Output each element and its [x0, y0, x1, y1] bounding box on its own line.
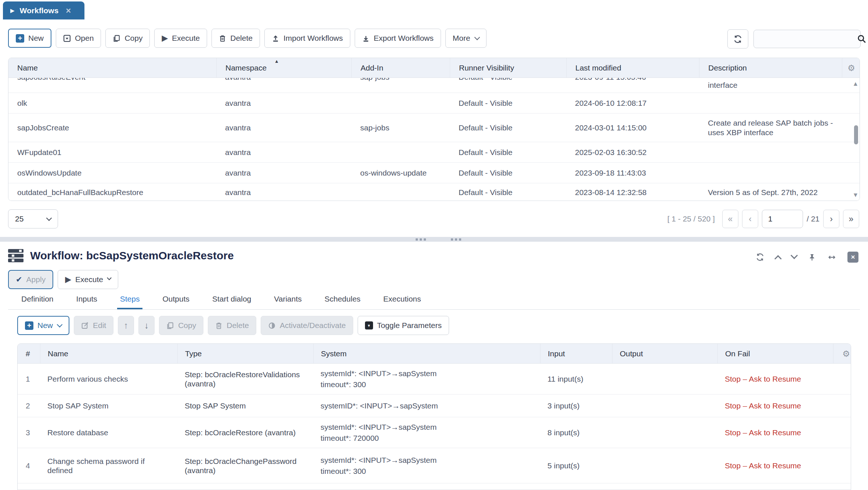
- tab-steps[interactable]: Steps: [117, 290, 143, 309]
- column-header-last-modified[interactable]: Last modified: [566, 58, 699, 78]
- search-input[interactable]: [760, 35, 857, 43]
- column-header-description[interactable]: Description: [699, 58, 842, 78]
- page-size-select[interactable]: 25: [8, 209, 58, 228]
- column-header-type[interactable]: Type: [177, 344, 313, 363]
- execute-button[interactable]: ▶ Execute: [154, 29, 207, 48]
- table-row[interactable]: olk avantra Default - Visible 2024-06-10…: [8, 93, 860, 114]
- collapse-up-icon[interactable]: [774, 255, 782, 263]
- pin-icon[interactable]: [808, 253, 816, 262]
- apply-button[interactable]: ✔ Apply: [8, 270, 53, 289]
- more-button[interactable]: More: [445, 29, 487, 48]
- open-button[interactable]: Open: [56, 29, 101, 48]
- refresh-icon[interactable]: [756, 253, 764, 262]
- next-page-button[interactable]: ›: [823, 210, 839, 228]
- detail-header-actions: ×: [756, 252, 858, 263]
- copy-button[interactable]: Copy: [105, 29, 150, 48]
- column-settings-button[interactable]: ⚙: [833, 344, 851, 363]
- table-row[interactable]: 3 Restore database Step: bcOracleRestore…: [18, 417, 851, 448]
- resize-horizontal-icon[interactable]: [827, 253, 836, 262]
- toolbar-right: [727, 29, 861, 48]
- cell-type: Step: bcOracleChangePassword (avantra): [177, 457, 313, 475]
- step-move-up-button[interactable]: ↑: [118, 316, 134, 335]
- cell-name: olk: [8, 98, 216, 108]
- table-row[interactable]: outdated_bcHanaFullBackupRestore avantra…: [8, 183, 860, 201]
- table-row[interactable]: sapJobsCreate avantra sap-jobs Default -…: [8, 114, 860, 142]
- column-header-addin[interactable]: Add-In: [351, 58, 450, 78]
- chevron-down-icon: [107, 275, 112, 280]
- new-button[interactable]: + New: [8, 29, 51, 48]
- column-header-name[interactable]: Name: [8, 58, 216, 78]
- cell-name: outdated_bcHanaFullBackupRestore: [8, 188, 216, 197]
- tab-definition[interactable]: Definition: [18, 290, 57, 309]
- step-activate-button[interactable]: Activate/Deactivate: [261, 316, 353, 335]
- column-header-output[interactable]: Output: [612, 344, 717, 363]
- step-new-button[interactable]: + New: [17, 316, 69, 335]
- detail-header: Workflow: bcSapSystemOracleRestore: [8, 249, 234, 262]
- search-icon[interactable]: [857, 34, 867, 44]
- panel-splitter[interactable]: [0, 237, 868, 242]
- tab-outputs[interactable]: Outputs: [159, 290, 192, 309]
- cell-name: Change schema password if defined: [40, 457, 177, 475]
- cell-system: systemId*: <INPUT>→sapSystem timeout*: 3…: [313, 368, 540, 390]
- app-window: ▶ Workflows × + New Open Copy ▶ Execute: [0, 0, 868, 490]
- chevron-down-icon: [46, 215, 52, 221]
- tab-schedules[interactable]: Schedules: [322, 290, 364, 309]
- column-header-input[interactable]: Input: [540, 344, 612, 363]
- scrollbar-thumb[interactable]: [854, 125, 858, 144]
- step-copy-button[interactable]: Copy: [159, 316, 203, 335]
- delete-button[interactable]: Delete: [211, 29, 260, 48]
- expand-down-icon[interactable]: [791, 252, 798, 259]
- column-header-name[interactable]: Name: [40, 344, 177, 363]
- step-move-down-button[interactable]: ↓: [138, 316, 155, 335]
- column-header-on-fail[interactable]: On Fail: [717, 344, 833, 363]
- column-header-namespace[interactable]: ▲ Namespace: [216, 58, 351, 78]
- table-row[interactable]: WFupdate01 avantra Default - Visible 202…: [8, 142, 860, 163]
- workflows-toolbar: + New Open Copy ▶ Execute Delete: [8, 29, 487, 48]
- tab-executions[interactable]: Executions: [380, 290, 424, 309]
- close-panel-icon[interactable]: ×: [847, 252, 858, 263]
- step-delete-button[interactable]: Delete: [208, 316, 256, 335]
- trash-icon: [219, 35, 226, 42]
- scroll-up-arrow[interactable]: ▲: [853, 81, 858, 86]
- splitter-grip[interactable]: [451, 238, 461, 241]
- tab-label: Workflows: [20, 6, 59, 15]
- tab-workflows[interactable]: ▶ Workflows ×: [3, 1, 84, 19]
- copy-icon: [166, 322, 174, 329]
- refresh-button[interactable]: [727, 29, 748, 48]
- import-workflows-button[interactable]: Import Workflows: [264, 29, 350, 48]
- check-icon: ✔: [16, 275, 22, 284]
- cell-modified: 2023-09-11 15:05:46: [566, 78, 699, 82]
- search-box: [753, 30, 861, 48]
- column-header-runner-visibility[interactable]: Runner Visibility: [450, 58, 566, 78]
- copy-icon: [113, 35, 120, 42]
- splitter-grip[interactable]: [416, 238, 426, 241]
- prev-page-button[interactable]: ‹: [742, 210, 758, 228]
- refresh-icon: [733, 35, 742, 44]
- cell-on-fail: Stop – Ask to Resume: [717, 374, 833, 385]
- table-row[interactable]: 1 Perform various checks Step: bcOracleR…: [18, 364, 851, 394]
- close-icon[interactable]: ×: [66, 6, 71, 15]
- column-header-system[interactable]: System: [313, 344, 540, 363]
- scroll-down-arrow[interactable]: ▼: [853, 192, 858, 198]
- execute-dropdown-button[interactable]: ▶ Execute: [58, 270, 118, 289]
- gear-icon: ⚙: [847, 63, 855, 73]
- table-row[interactable]: sapJobsRaiseEvent avantra sap-jobs Defau…: [8, 78, 860, 93]
- steps-table: # Name Type System Input Output On Fail …: [17, 343, 851, 490]
- step-edit-button[interactable]: Edit: [74, 316, 113, 335]
- column-header-number[interactable]: #: [18, 344, 40, 363]
- page-number-input[interactable]: [762, 210, 803, 228]
- tab-inputs[interactable]: Inputs: [73, 290, 100, 309]
- table-row[interactable]: osWindowsUpdate avantra os-windows-updat…: [8, 163, 860, 183]
- tab-variants[interactable]: Variants: [271, 290, 304, 309]
- table-row[interactable]: 4 Change schema password if defined Step…: [18, 448, 851, 483]
- play-icon: ▶: [10, 7, 15, 14]
- tab-start-dialog[interactable]: Start dialog: [209, 290, 254, 309]
- first-page-button[interactable]: «: [722, 210, 738, 228]
- column-settings-button[interactable]: ⚙: [842, 58, 860, 78]
- last-page-button[interactable]: »: [843, 210, 859, 228]
- table-row[interactable]: 2 Stop SAP System Stop SAP System system…: [18, 394, 851, 417]
- trash-icon: [215, 322, 223, 329]
- toggle-parameters-button[interactable]: ▼ Toggle Parameters: [358, 316, 449, 335]
- export-workflows-button[interactable]: Export Workflows: [355, 29, 441, 48]
- cell-input: 11 input(s): [540, 374, 612, 385]
